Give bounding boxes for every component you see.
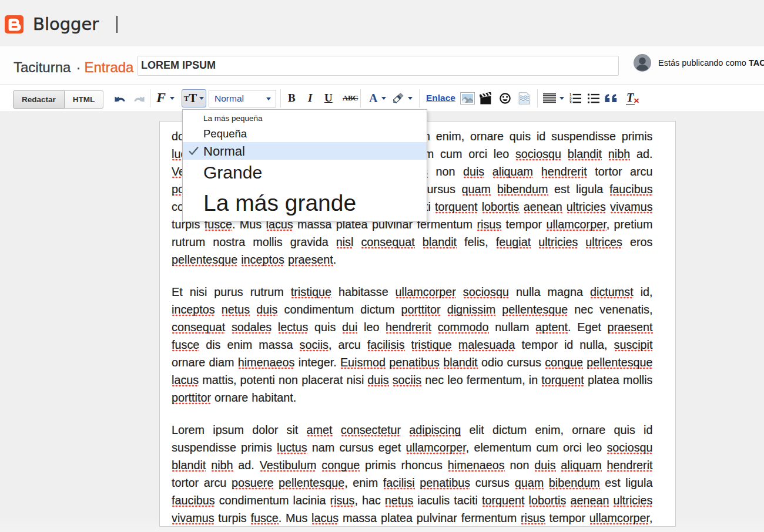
- misspelled-word: nibh: [211, 459, 233, 473]
- redo-icon: [133, 95, 145, 102]
- insert-image-button[interactable]: [460, 85, 475, 112]
- misspelled-word: amet: [307, 423, 333, 437]
- redo-button[interactable]: [133, 85, 145, 112]
- insert-link-button[interactable]: Enlace: [426, 85, 455, 112]
- misspelled-word: faucibus: [172, 494, 215, 508]
- html-mode-button[interactable]: HTML: [65, 90, 104, 109]
- publishing-as-text: Estás publicando como TACITURNA: [658, 58, 764, 68]
- misspelled-word: facilisi: [383, 476, 415, 490]
- misspelled-word: hendrerit: [541, 165, 587, 179]
- font-family-button[interactable]: F: [156, 85, 175, 112]
- publishing-as-prefix: Estás publicando como: [658, 58, 749, 68]
- blogger-b-icon: [5, 15, 24, 33]
- misspelled-word: aenean: [524, 200, 562, 214]
- misspelled-word: blandit: [423, 235, 457, 250]
- bold-button[interactable]: B: [288, 85, 296, 112]
- breadcrumb: Taciturna·Entrada: [14, 59, 133, 76]
- insert-video-button[interactable]: [480, 85, 492, 112]
- bullet-list-button[interactable]: [588, 85, 599, 112]
- misspelled-word: bibendum: [549, 476, 600, 490]
- font-size-icon: T: [184, 95, 189, 102]
- breadcrumb-separator: ·: [71, 59, 84, 75]
- misspelled-word: sociis: [393, 373, 421, 388]
- chevron-down-icon: [559, 97, 564, 100]
- insert-emoji-button[interactable]: [500, 85, 511, 112]
- misspelled-word: risus: [521, 511, 545, 526]
- misspelled-word: hendrerit: [386, 321, 431, 335]
- quote-icon: [605, 94, 618, 102]
- page-type-label: Entrada: [84, 59, 133, 75]
- misspelled-word: penatibus: [389, 356, 440, 370]
- misspelled-word: vivamus: [610, 200, 653, 214]
- highlight-color-button[interactable]: [393, 85, 413, 112]
- clear-formatting-button[interactable]: T✕: [626, 85, 635, 112]
- menu-item-normal[interactable]: Normal: [183, 142, 427, 160]
- paragraph: Et nisi purus rutrum tristique habitasse…: [172, 283, 653, 406]
- misspelled-word: torquent: [435, 200, 478, 214]
- misspelled-word: himenaeos: [238, 356, 295, 370]
- menu-item-label: Grande: [203, 163, 262, 182]
- misspelled-word: risus: [477, 218, 501, 232]
- avatar: [634, 54, 651, 72]
- blog-name[interactable]: Taciturna: [14, 59, 71, 75]
- numbered-list-button[interactable]: 123: [569, 85, 581, 112]
- misspelled-word: adipiscing: [409, 423, 461, 437]
- misspelled-word: torquent: [482, 494, 525, 508]
- font-family-icon: F: [156, 90, 166, 106]
- misspelled-word: sociosqu: [515, 147, 561, 161]
- menu-item-largest[interactable]: La más grande: [183, 188, 427, 220]
- menu-item-label: Normal: [203, 144, 245, 159]
- text-color-icon: A: [369, 92, 377, 105]
- misspelled-word: duis: [534, 459, 555, 473]
- italic-button[interactable]: I: [308, 85, 312, 112]
- misspelled-word: ullamcorper: [546, 218, 606, 232]
- paragraph: Lorem ipsum dolor sit amet consectetur a…: [172, 421, 653, 527]
- app-title: Blogger: [33, 14, 99, 34]
- video-icon: [480, 92, 492, 105]
- paragraph-format-select[interactable]: Normal: [209, 90, 276, 107]
- misspelled-word: aliquam: [492, 165, 533, 179]
- text-cursor: [116, 16, 118, 33]
- misspelled-word: dignissim: [447, 303, 495, 317]
- compose-mode-button[interactable]: Redactar: [13, 90, 65, 109]
- text-color-button[interactable]: A: [369, 85, 386, 112]
- highlight-icon: [393, 93, 404, 103]
- alignment-button[interactable]: [543, 85, 564, 112]
- misspelled-word: praesent: [608, 321, 653, 335]
- insert-jump-break-button[interactable]: [518, 85, 531, 112]
- strikethrough-button[interactable]: ABC: [343, 85, 358, 112]
- misspelled-word: pellentesque: [502, 303, 568, 317]
- misspelled-word: inceptos: [172, 303, 215, 317]
- post-title-input[interactable]: [138, 56, 619, 76]
- misspelled-word: nisl: [336, 235, 354, 250]
- font-size-button[interactable]: TT: [182, 89, 206, 107]
- blogger-logo-icon[interactable]: [5, 15, 24, 33]
- toolbar-separator: [150, 89, 150, 107]
- misspelled-word: consectetur: [341, 423, 401, 437]
- undo-button[interactable]: [115, 85, 126, 112]
- misspelled-word: tristique: [411, 338, 452, 352]
- misspelled-word: consequat: [361, 235, 414, 250]
- menu-item-smallest[interactable]: La más pequeña: [183, 110, 427, 126]
- misspelled-word: praesent: [288, 253, 333, 267]
- page-break-icon: [518, 92, 531, 105]
- misspelled-word: inceptos: [241, 253, 284, 267]
- toolbar-separator: [360, 89, 361, 107]
- misspelled-word: dui: [342, 321, 357, 335]
- menu-item-large[interactable]: Grande: [183, 160, 427, 188]
- clear-formatting-x: ✕: [634, 95, 639, 107]
- misspelled-word: nibh: [608, 147, 630, 161]
- misspelled-word: bibendum: [497, 183, 548, 197]
- undo-icon: [115, 95, 126, 102]
- misspelled-word: netus: [222, 303, 250, 317]
- misspelled-word: fusce: [250, 511, 278, 526]
- misspelled-word: tristique: [291, 285, 331, 299]
- align-icon: [543, 93, 556, 103]
- misspelled-word: ultricies: [538, 235, 578, 250]
- underline-button[interactable]: U: [324, 85, 333, 112]
- misspelled-word: commodo: [438, 321, 489, 335]
- misspelled-word: malesuada: [458, 338, 515, 352]
- quote-button[interactable]: [605, 85, 618, 112]
- toolbar-separator: [537, 89, 538, 107]
- menu-item-small[interactable]: Pequeña: [183, 126, 427, 142]
